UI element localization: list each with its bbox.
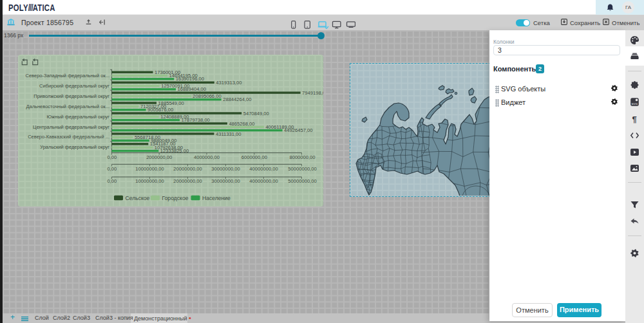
svg-text:Приволжский федеральный округ: Приволжский федеральный округ — [33, 93, 109, 99]
svg-text:Уральский федеральный округ: Уральский федеральный округ — [40, 144, 109, 150]
svg-text:Южный федеральный округ: Южный федеральный округ — [46, 114, 109, 120]
svg-text:¶: ¶ — [632, 115, 637, 124]
svg-text:10000000,00: 10000000,00 — [135, 166, 164, 172]
svg-text:4000000,00: 4000000,00 — [193, 154, 219, 160]
svg-text:20000000,00: 20000000,00 — [173, 166, 202, 172]
svg-text:9005676,00: 9005676,00 — [147, 107, 173, 113]
svg-text:Сибирский федеральный округ: Сибирский федеральный округ — [39, 83, 109, 89]
svg-text:7949198,00: 7949198,00 — [302, 90, 323, 96]
svg-text:2000000,00: 2000000,00 — [146, 154, 172, 160]
svg-text:20000000,00: 20000000,00 — [173, 178, 202, 184]
svg-text:44926457,00: 44926457,00 — [284, 127, 312, 133]
svg-text:Северо-Западный федеральный ок: Северо-Западный федеральный ок... — [25, 73, 109, 78]
svg-text:16889404,00: 16889404,00 — [177, 86, 205, 92]
svg-text:Северо-Кавказский федеральный: Северо-Кавказский федеральный ... — [28, 134, 109, 140]
svg-text:8000000,00: 8000000,00 — [289, 154, 315, 160]
svg-text:40000000,00: 40000000,00 — [249, 178, 278, 184]
svg-text:30000000,00: 30000000,00 — [211, 178, 240, 184]
svg-text:Сельское: Сельское — [125, 195, 149, 201]
svg-text:4865268,00: 4865268,00 — [229, 121, 254, 127]
svg-text:28844264,00: 28844264,00 — [223, 97, 251, 102]
svg-text:10000000,00: 10000000,00 — [135, 178, 164, 184]
svg-text:5470849,00: 5470849,00 — [243, 111, 269, 116]
svg-text:Центральный федеральный округ: Центральный федеральный округ — [33, 124, 109, 130]
svg-text:30000000,00: 30000000,00 — [211, 166, 240, 172]
svg-text:20895066,00: 20895066,00 — [193, 93, 221, 99]
svg-text:17879738,00: 17879738,00 — [181, 117, 209, 123]
svg-text:Население: Население — [202, 195, 231, 201]
svg-text:4311331,00: 4311331,00 — [216, 131, 242, 137]
svg-text:SVG: SVG — [632, 102, 638, 106]
svg-text:6000000,00: 6000000,00 — [241, 154, 267, 160]
svg-text:0,00: 0,00 — [107, 166, 117, 172]
svg-text:Городское: Городское — [162, 195, 188, 201]
svg-text:0,00: 0,00 — [107, 178, 117, 184]
svg-text:50000000,00: 50000000,00 — [288, 178, 316, 184]
svg-text:4319313,00: 4319313,00 — [216, 80, 242, 86]
svg-text:40000000,00: 40000000,00 — [249, 166, 278, 172]
svg-text:16390196,00: 16390196,00 — [175, 76, 204, 82]
svg-text:Дальневосточный федеральный ок: Дальневосточный федеральный ок... — [26, 104, 109, 109]
svg-text:50000000,00: 50000000,00 — [288, 166, 316, 172]
svg-text:0,00: 0,00 — [107, 154, 117, 160]
